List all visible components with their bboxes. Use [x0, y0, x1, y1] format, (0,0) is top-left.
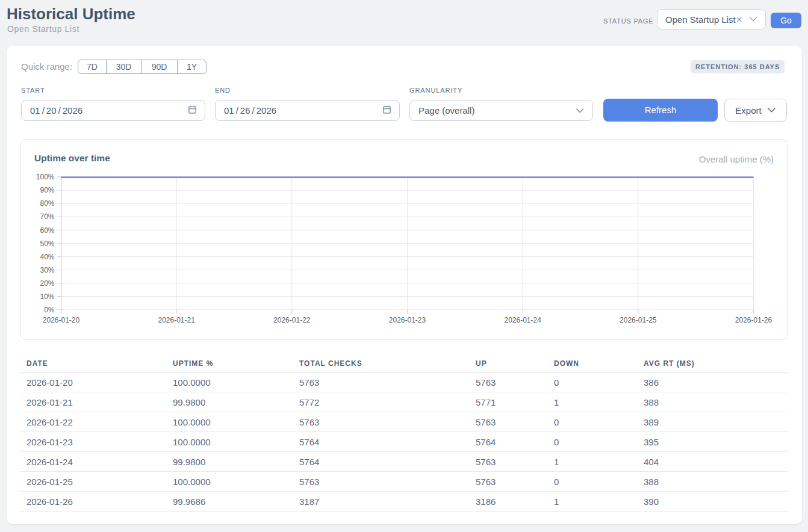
svg-text:2026-01-21: 2026-01-21 — [158, 316, 196, 324]
svg-text:2026-01-20: 2026-01-20 — [43, 316, 80, 324]
svg-text:100%: 100% — [36, 173, 55, 181]
svg-text:2026-01-23: 2026-01-23 — [389, 316, 426, 324]
svg-text:0%: 0% — [44, 306, 55, 314]
svg-text:70%: 70% — [40, 212, 54, 221]
svg-text:2026-01-22: 2026-01-22 — [273, 316, 311, 324]
svg-text:40%: 40% — [40, 253, 54, 261]
svg-text:20%: 20% — [40, 279, 54, 288]
svg-text:60%: 60% — [40, 226, 54, 235]
svg-text:30%: 30% — [40, 266, 54, 274]
svg-text:90%: 90% — [40, 186, 54, 194]
svg-text:2026-01-25: 2026-01-25 — [620, 316, 657, 324]
svg-text:2026-01-26: 2026-01-26 — [735, 316, 772, 324]
svg-text:10%: 10% — [40, 292, 54, 301]
svg-text:80%: 80% — [40, 199, 54, 208]
svg-text:2026-01-24: 2026-01-24 — [505, 316, 542, 324]
svg-text:50%: 50% — [40, 240, 54, 248]
